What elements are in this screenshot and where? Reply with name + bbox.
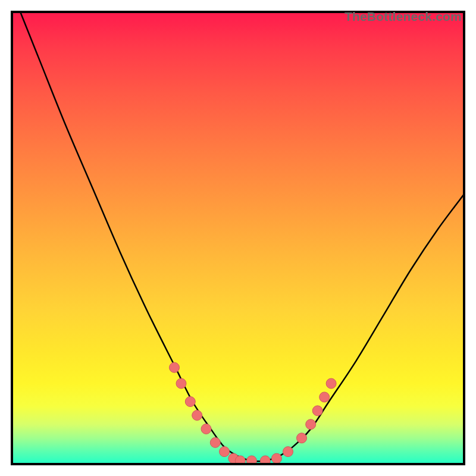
heatmap-gradient-background [11,11,465,465]
chart-frame: TheBottleneck.com [11,11,465,465]
watermark-text: TheBottleneck.com [345,10,462,24]
